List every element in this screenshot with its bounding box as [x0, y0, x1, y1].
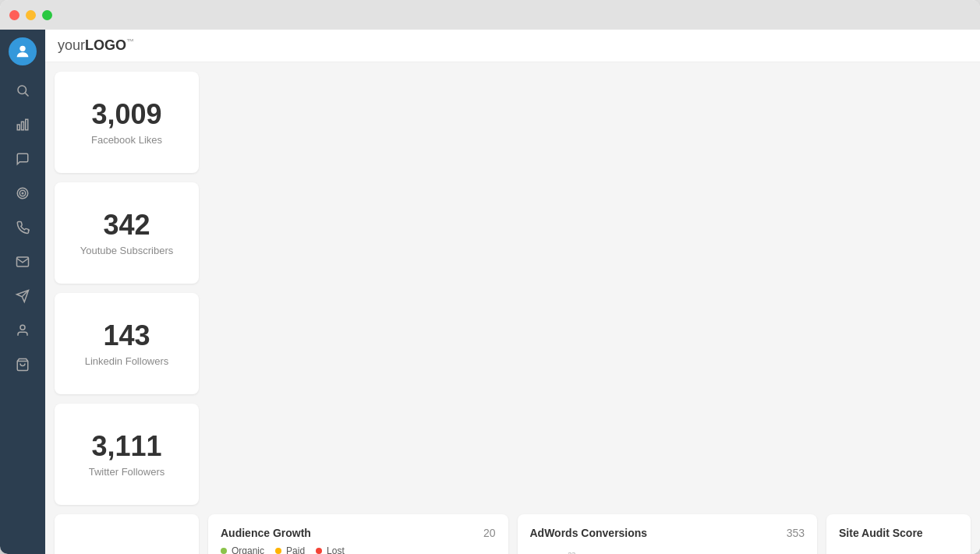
svg-point-0	[19, 46, 25, 51]
app-layout: yourLOGO™ 3,009 Facebook Likes 342 Youtu…	[0, 30, 980, 554]
svg-point-11	[20, 325, 25, 330]
mail-sidebar-icon[interactable]	[0, 245, 45, 279]
phone-sidebar-icon[interactable]	[0, 210, 45, 245]
adwords-header: AdWords Conversions 353	[530, 527, 805, 539]
titlebar	[0, 0, 980, 30]
facebook-likes-number: 3,009	[91, 99, 161, 130]
logo: yourLOGO™	[58, 37, 134, 54]
adwords-line-chart: 23 15 8	[530, 545, 805, 554]
svg-point-1	[18, 86, 27, 94]
twitter-number: 3,111	[91, 431, 161, 462]
facebook-likes-card: 3,009 Facebook Likes	[55, 72, 199, 173]
adwords-card: AdWords Conversions 353 23 15 8	[518, 514, 818, 554]
lost-bar-label: Lost	[327, 545, 345, 554]
dashboard-grid: 3,009 Facebook Likes 342 Youtube Subscri…	[55, 72, 971, 554]
legend-organic-bar: Organic	[221, 545, 264, 554]
bar-chart-sidebar-icon[interactable]	[0, 108, 45, 142]
dashboard: 3,009 Facebook Likes 342 Youtube Subscri…	[45, 62, 980, 554]
facebook-likes-label: Facebook Likes	[91, 134, 162, 146]
bag-sidebar-icon[interactable]	[0, 348, 45, 382]
youtube-subs-number: 342	[103, 210, 150, 241]
website-visitors-card: 35,295 Website Visitors Organic Search -…	[55, 514, 199, 554]
traffic-lights	[9, 10, 52, 20]
audience-count: 20	[483, 527, 496, 539]
maximize-button[interactable]	[42, 10, 52, 20]
chat-sidebar-icon[interactable]	[0, 142, 45, 176]
audience-header: Audience Growth 20	[221, 527, 496, 539]
target-sidebar-icon[interactable]	[0, 176, 45, 210]
svg-line-2	[25, 93, 28, 96]
adwords-title: AdWords Conversions	[530, 527, 648, 539]
svg-rect-5	[26, 119, 28, 130]
linkedin-label: Linkedin Followers	[85, 355, 169, 367]
sidebar	[0, 30, 45, 554]
left-column: 3,009 Facebook Likes 342 Youtube Subscri…	[55, 72, 199, 505]
search-sidebar-icon[interactable]	[0, 73, 45, 108]
youtube-subs-card: 342 Youtube Subscribers	[55, 182, 199, 284]
close-button[interactable]	[9, 10, 19, 20]
user-sidebar-icon[interactable]	[0, 313, 45, 348]
legend-paid-bar: Paid	[275, 545, 305, 554]
header: yourLOGO™	[45, 30, 980, 62]
twitter-card: 3,111 Twitter Followers	[55, 404, 199, 505]
send-sidebar-icon[interactable]	[0, 279, 45, 313]
organic-bar-label: Organic	[232, 545, 264, 554]
app-window: yourLOGO™ 3,009 Facebook Likes 342 Youtu…	[0, 0, 980, 554]
youtube-subs-label: Youtube Subscribers	[80, 245, 174, 256]
organic-bar-dot	[221, 548, 227, 554]
legend-lost-bar: Lost	[316, 545, 345, 554]
twitter-label: Twitter Followers	[89, 466, 165, 478]
avatar[interactable]	[9, 37, 37, 65]
logo-your: your	[58, 37, 85, 53]
audit-title: Site Audit Score	[839, 527, 923, 539]
svg-point-8	[22, 192, 23, 194]
adwords-count: 353	[787, 527, 805, 539]
logo-logo: LOGO	[85, 37, 126, 53]
audience-legend: Organic Paid Lost	[221, 545, 496, 554]
minimize-button[interactable]	[26, 10, 36, 20]
svg-rect-3	[17, 125, 19, 130]
svg-rect-4	[22, 122, 24, 130]
paid-bar-dot	[275, 548, 281, 554]
svg-text:23: 23	[568, 551, 575, 554]
lost-bar-dot	[316, 548, 322, 554]
audience-title: Audience Growth	[221, 527, 311, 539]
audience-growth-card: Audience Growth 20 Organic Paid	[208, 514, 508, 554]
logo-tm: ™	[126, 37, 134, 46]
linkedin-number: 143	[103, 320, 150, 351]
paid-bar-label: Paid	[286, 545, 305, 554]
site-audit-card: Site Audit Score 72%	[826, 514, 971, 554]
linkedin-card: 143 Linkedin Followers	[55, 293, 199, 394]
